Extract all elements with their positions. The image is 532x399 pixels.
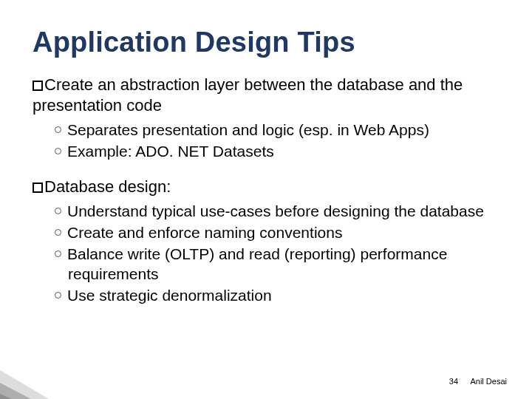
bullet-1-sublist: Separates presentation and logic (esp. i… [33,120,499,162]
page-number: 34 [449,377,458,386]
sub-item-text: Balance write (OLTP) and read (reporting… [67,245,447,282]
slide-footer: 34 Anil Desai [449,377,507,386]
sub-item: Understand typical use-cases before desi… [55,202,499,222]
corner-decoration-icon [0,340,89,399]
ring-bullet-icon [55,250,61,257]
ring-bullet-icon [55,292,61,299]
bullet-2-sublist: Understand typical use-cases before desi… [33,202,499,305]
sub-item-text: Separates presentation and logic (esp. i… [67,121,429,138]
sub-item: Separates presentation and logic (esp. i… [55,120,499,140]
bullet-1-text: Create an abstraction layer between the … [33,75,463,115]
sub-item-text: Example: ADO. NET Datasets [67,143,274,160]
slide-content: Create an abstraction layer between the … [33,75,499,306]
sub-item-text: Understand typical use-cases before desi… [67,202,484,219]
sub-item-text: Create and enforce naming conventions [67,224,342,241]
ring-bullet-icon [55,126,61,133]
ring-bullet-icon [55,148,61,154]
svg-marker-1 [0,373,59,399]
ring-bullet-icon [55,208,61,214]
svg-marker-2 [0,366,74,399]
footer-author: Anil Desai [470,377,507,386]
ring-bullet-icon [55,229,61,236]
sub-item: Example: ADO. NET Datasets [55,142,499,162]
slide-title: Application Design Tips [33,27,499,58]
bullet-2-text: Database design: [44,177,171,196]
sub-item: Balance write (OLTP) and read (reporting… [55,245,499,284]
sub-item: Create and enforce naming conventions [55,223,499,243]
sub-item: Use strategic denormalization [55,286,499,306]
bullet-1: Create an abstraction layer between the … [33,75,499,116]
bullet-2: Database design: [33,177,499,197]
square-bullet-icon [33,183,43,193]
sub-item-text: Use strategic denormalization [67,287,272,304]
square-bullet-icon [33,81,43,91]
slide: Application Design Tips Create an abstra… [0,0,532,399]
svg-marker-0 [0,381,44,399]
